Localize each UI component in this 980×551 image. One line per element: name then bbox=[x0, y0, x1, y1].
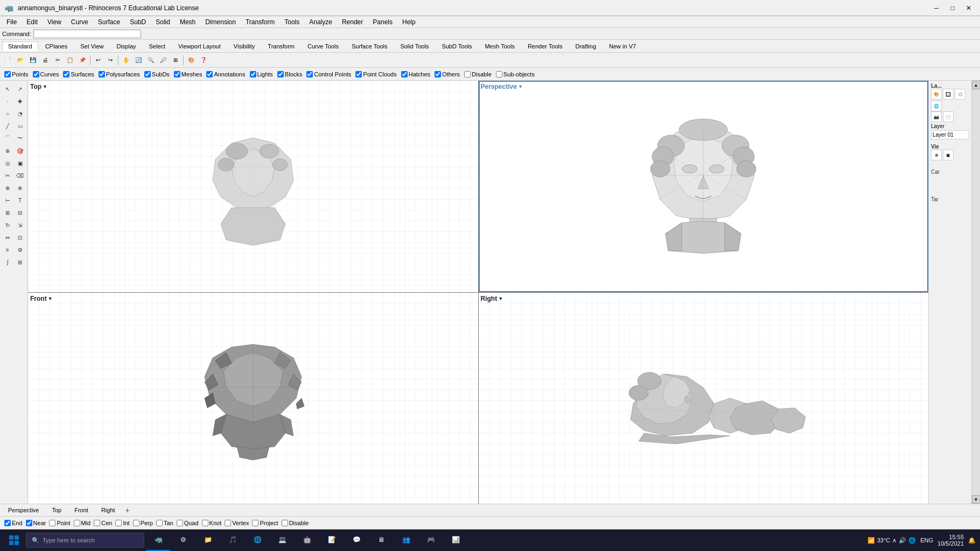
tab-visibility[interactable]: Visibility bbox=[228, 41, 261, 51]
taskbar-app-chrome[interactable]: 🌐 bbox=[246, 529, 269, 551]
rp-camera-icon[interactable]: 📷 bbox=[931, 111, 942, 122]
osnap-int[interactable]: Int bbox=[115, 520, 129, 526]
taskbar-app-settings[interactable]: ⚙ bbox=[171, 529, 195, 551]
viewport-top[interactable]: Top ▼ bbox=[28, 81, 478, 292]
tab-viewport-layout[interactable]: Viewport Layout bbox=[172, 41, 227, 51]
taskbar-search[interactable]: 🔍 Type here to search bbox=[26, 533, 144, 548]
filter-disable[interactable]: Disable bbox=[464, 71, 492, 77]
tb-undo[interactable]: ↩ bbox=[92, 54, 104, 66]
taskbar-app-word[interactable]: 📝 bbox=[320, 529, 344, 551]
osnap-tan[interactable]: Tan bbox=[156, 520, 173, 526]
lt-point2-icon[interactable]: ✚ bbox=[14, 95, 26, 107]
lt-point-icon[interactable]: · bbox=[2, 95, 13, 107]
filter-sub-objects[interactable]: Sub-objects bbox=[496, 71, 535, 77]
tb-rotate[interactable]: 🔄 bbox=[132, 54, 144, 66]
tb-zoom-ext[interactable]: ⊞ bbox=[170, 54, 181, 66]
lt-boolean-icon[interactable]: ⊕ bbox=[2, 182, 13, 194]
menu-dimension[interactable]: Dimension bbox=[201, 17, 240, 27]
rp-gumball-icon[interactable]: ⊕ bbox=[931, 150, 942, 160]
osnap-disable[interactable]: Disable bbox=[282, 520, 309, 526]
lt-grid-icon[interactable]: ⊞ bbox=[2, 207, 13, 218]
tab-new-in-v7[interactable]: New in V7 bbox=[603, 41, 642, 51]
tb-new[interactable]: 📄 bbox=[2, 54, 14, 66]
viewport-top-dropdown[interactable]: ▼ bbox=[43, 84, 47, 89]
tab-solid-tools[interactable]: Solid Tools bbox=[394, 41, 435, 51]
tray-arrow[interactable]: ∧ bbox=[892, 537, 897, 544]
viewport-front[interactable]: Front ▼ bbox=[28, 293, 478, 504]
lt-array-icon[interactable]: ⊡ bbox=[14, 231, 26, 243]
filter-points[interactable]: Points bbox=[4, 71, 29, 77]
tab-mesh-tools[interactable]: Mesh Tools bbox=[479, 41, 520, 51]
menu-surface[interactable]: Surface bbox=[94, 17, 124, 27]
menu-edit[interactable]: Edit bbox=[22, 17, 42, 27]
tb-cut[interactable]: ✂ bbox=[52, 54, 64, 66]
tab-drafting[interactable]: Drafting bbox=[570, 41, 603, 51]
menu-panels[interactable]: Panels bbox=[368, 17, 397, 27]
menu-mesh[interactable]: Mesh bbox=[176, 17, 200, 27]
menu-analyze[interactable]: Analyze bbox=[305, 17, 337, 27]
clock[interactable]: 15:55 10/5/2021 bbox=[937, 534, 964, 547]
menu-render[interactable]: Render bbox=[338, 17, 367, 27]
menu-file[interactable]: File bbox=[2, 17, 21, 27]
lt-grid2-icon[interactable]: ⊟ bbox=[14, 207, 26, 218]
rp-layer-value[interactable]: Layer 01 bbox=[931, 130, 969, 139]
scroll-down-btn[interactable]: ▼ bbox=[972, 495, 981, 504]
viewport-right[interactable]: Right ▼ bbox=[479, 293, 929, 504]
filter-control-points[interactable]: Control Points bbox=[306, 71, 351, 77]
taskbar-app-ai[interactable]: 🤖 bbox=[295, 529, 319, 551]
menu-transform[interactable]: Transform bbox=[241, 17, 279, 27]
filter-others[interactable]: Others bbox=[435, 71, 460, 77]
tab-surface-tools[interactable]: Surface Tools bbox=[346, 41, 393, 51]
rp-render-icon[interactable]: 🔲 bbox=[943, 89, 954, 100]
taskbar-app-explorer[interactable]: 📁 bbox=[196, 529, 220, 551]
lt-dim-icon[interactable]: ⊢ bbox=[2, 194, 13, 206]
taskbar-app-rhino[interactable]: 🦏 bbox=[146, 529, 170, 551]
status-tab-add[interactable]: + bbox=[122, 505, 133, 515]
lt-props-icon[interactable]: ⚙ bbox=[14, 244, 26, 256]
filter-surfaces[interactable]: Surfaces bbox=[63, 71, 94, 77]
tray-wifi[interactable]: 📶 bbox=[867, 537, 875, 544]
tb-open[interactable]: 📂 bbox=[15, 54, 26, 66]
tab-set-view[interactable]: Set View bbox=[74, 41, 109, 51]
scroll-up-btn[interactable]: ▲ bbox=[972, 81, 981, 89]
lt-layer-icon[interactable]: ≡ bbox=[2, 244, 13, 256]
lt-freeform-icon[interactable]: 〜 bbox=[14, 132, 26, 144]
tray-volume[interactable]: 🔊 bbox=[899, 537, 906, 544]
tab-curve-tools[interactable]: Curve Tools bbox=[302, 41, 345, 51]
rp-new-icon[interactable]: 📄 bbox=[943, 111, 954, 122]
tb-help[interactable]: ❓ bbox=[198, 54, 209, 66]
tab-subd-tools[interactable]: SubD Tools bbox=[436, 41, 478, 51]
close-button[interactable]: ✕ bbox=[962, 3, 976, 13]
tb-zoom-in[interactable]: 🔍 bbox=[145, 54, 157, 66]
filter-polysurfaces[interactable]: Polysurfaces bbox=[99, 71, 140, 77]
osnap-point[interactable]: Point bbox=[49, 520, 70, 526]
tb-save[interactable]: 💾 bbox=[27, 54, 39, 66]
menu-view[interactable]: View bbox=[43, 17, 66, 27]
lt-text-icon[interactable]: T bbox=[14, 194, 26, 206]
viewport-perspective[interactable]: Perspective ▼ bbox=[479, 81, 929, 292]
lt-rotate-icon[interactable]: ↻ bbox=[2, 219, 13, 231]
rp-env-icon[interactable]: 🌐 bbox=[931, 101, 942, 111]
filter-subds[interactable]: SubDs bbox=[144, 71, 170, 77]
tab-display[interactable]: Display bbox=[110, 41, 142, 51]
start-button[interactable] bbox=[4, 531, 24, 550]
lt-split-icon[interactable]: ⌫ bbox=[14, 169, 26, 181]
filter-annotations[interactable]: Annotations bbox=[206, 71, 245, 77]
tab-render-tools[interactable]: Render Tools bbox=[522, 41, 569, 51]
taskbar-app-vscode[interactable]: 💻 bbox=[270, 529, 294, 551]
command-input[interactable] bbox=[33, 30, 141, 38]
tab-select[interactable]: Select bbox=[143, 41, 172, 51]
viewport-right-dropdown[interactable]: ▼ bbox=[498, 296, 503, 301]
tab-transform[interactable]: Transform bbox=[262, 41, 300, 51]
osnap-vertex[interactable]: Vertex bbox=[225, 520, 249, 526]
filter-meshes[interactable]: Meshes bbox=[174, 71, 202, 77]
taskbar-app-3[interactable]: 🖥 bbox=[369, 529, 393, 551]
taskbar-app-steam[interactable]: 🎮 bbox=[419, 529, 443, 551]
lt-sphere-icon[interactable]: ◎ bbox=[2, 157, 13, 169]
taskbar-app-spotify[interactable]: 🎵 bbox=[221, 529, 244, 551]
osnap-perp[interactable]: Perp bbox=[133, 520, 153, 526]
osnap-near[interactable]: Near bbox=[26, 520, 46, 526]
status-tab-perspective[interactable]: Perspective bbox=[2, 505, 45, 515]
lt-mirror-icon[interactable]: ⇔ bbox=[2, 231, 13, 243]
lt-scale-icon[interactable]: ⇲ bbox=[14, 219, 26, 231]
